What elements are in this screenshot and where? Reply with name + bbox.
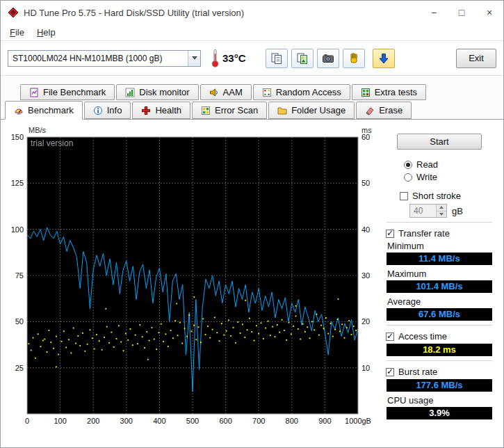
svg-text:MB/s: MB/s — [29, 126, 47, 134]
health-cross-icon — [141, 106, 151, 115]
transfer-rate-label: Transfer rate — [398, 228, 450, 239]
info-icon — [93, 106, 103, 115]
save-results-button[interactable] — [373, 49, 395, 68]
benchmark-gauge-icon — [14, 106, 24, 115]
tab-folder-usage[interactable]: Folder Usage — [268, 102, 355, 119]
read-radio[interactable]: Read — [404, 159, 493, 170]
copy-image-button[interactable] — [291, 49, 314, 68]
chevron-down-icon[interactable] — [188, 51, 200, 66]
extra-tests-icon — [361, 88, 371, 97]
aam-hand-button[interactable] — [343, 49, 365, 68]
svg-text:0: 0 — [25, 417, 29, 425]
app-window: HD Tune Pro 5.75 - Hard Disk/SSD Utility… — [0, 0, 504, 448]
copy-text-button[interactable] — [266, 49, 288, 68]
cpu-usage-value: 3.9% — [387, 407, 492, 419]
maximum-value: 101.4 MB/s — [387, 280, 492, 293]
tab-disk-monitor[interactable]: Disk monitor — [116, 84, 198, 100]
spinner-down-icon[interactable] — [437, 211, 446, 218]
spinner-up-icon[interactable] — [437, 205, 446, 211]
aam-speaker-icon — [209, 88, 219, 97]
maximum-label: Maximum — [387, 269, 493, 279]
separator — [387, 222, 492, 224]
write-radio[interactable]: Write — [404, 172, 493, 182]
toolbar-buttons — [266, 49, 395, 68]
transfer-rate-checkbox[interactable]: Transfer rate — [386, 228, 493, 239]
svg-text:900: 900 — [318, 417, 331, 425]
menu-file[interactable]: File — [3, 26, 31, 39]
separator — [387, 325, 492, 327]
tab-label: Erase — [379, 105, 403, 115]
tab-label: Extra tests — [375, 87, 417, 97]
tab-error-scan[interactable]: Error Scan — [192, 102, 267, 119]
tab-benchmark[interactable]: Benchmark — [5, 101, 83, 120]
svg-text:150: 150 — [11, 133, 24, 141]
tab-label: Benchmark — [28, 105, 74, 115]
tab-label: File Benchmark — [43, 87, 106, 97]
minimize-button[interactable]: − — [420, 1, 448, 24]
tab-health[interactable]: Health — [132, 102, 190, 119]
tab-random-access[interactable]: Random Access — [253, 84, 350, 100]
tab-info[interactable]: Info — [84, 102, 131, 119]
close-button[interactable]: × — [475, 1, 503, 24]
svg-text:125: 125 — [11, 179, 24, 187]
start-button[interactable]: Start — [397, 134, 482, 150]
separator — [387, 360, 492, 362]
access-time-checkbox[interactable]: Access time — [386, 331, 493, 342]
tab-erase[interactable]: Erase — [356, 102, 412, 119]
short-stroke-checkbox-box — [400, 192, 408, 200]
svg-text:300: 300 — [120, 417, 133, 425]
average-value: 67.6 MB/s — [387, 308, 492, 321]
svg-text:200: 200 — [87, 417, 99, 425]
benchmark-controls-panel: Start Read Write Short stroke 40 — [383, 125, 500, 447]
access-time-label: Access time — [398, 331, 447, 342]
menu-bar: File Help — [1, 24, 503, 41]
short-stroke-size-value: 40 — [410, 205, 436, 217]
maximize-button[interactable]: □ — [448, 1, 475, 24]
file-benchmark-icon — [29, 88, 39, 97]
tab-file-benchmark[interactable]: File Benchmark — [20, 84, 115, 100]
menu-help[interactable]: Help — [31, 26, 62, 39]
drive-select[interactable]: ST1000LM024 HN-M101MBB (1000 gB) — [8, 50, 201, 67]
tab-label: Folder Usage — [291, 105, 346, 115]
thermometer-icon — [211, 49, 220, 67]
minimum-label: Minimum — [387, 241, 493, 251]
spinner-buttons[interactable] — [436, 205, 446, 217]
chart-area: trial versionMB/sms150125100755025605040… — [2, 125, 383, 447]
toolbar: ST1000LM024 HN-M101MBB (1000 gB) 33°C — [1, 41, 503, 76]
average-label: Average — [387, 296, 493, 307]
burst-rate-checkbox[interactable]: Burst rate — [386, 367, 493, 377]
tab-label: Health — [155, 105, 181, 115]
svg-text:40: 40 — [361, 225, 370, 234]
write-radio-label: Write — [416, 172, 437, 182]
screenshot-button[interactable] — [317, 49, 339, 68]
eraser-icon — [365, 106, 375, 115]
svg-text:20: 20 — [361, 317, 370, 326]
disk-monitor-icon — [125, 88, 135, 97]
transfer-rate-checkbox-box — [386, 230, 394, 238]
svg-text:600: 600 — [219, 417, 231, 425]
window-title: HD Tune Pro 5.75 - Hard Disk/SSD Utility… — [24, 8, 244, 18]
tab-label: AAM — [223, 87, 243, 97]
copy-icon — [270, 52, 283, 65]
cpu-usage-label: CPU usage — [387, 395, 493, 406]
exit-button[interactable]: Exit — [456, 49, 496, 68]
short-stroke-checkbox[interactable]: Short stroke — [400, 191, 493, 201]
svg-text:700: 700 — [252, 417, 265, 425]
svg-text:800: 800 — [286, 417, 298, 425]
tab-row-upper: File Benchmark Disk monitor AAM — [1, 84, 503, 100]
read-radio-circle — [404, 161, 412, 169]
svg-text:50: 50 — [15, 317, 24, 326]
random-access-icon — [262, 88, 272, 97]
tab-aam[interactable]: AAM — [200, 84, 252, 100]
svg-text:1000gB: 1000gB — [345, 417, 371, 425]
tab-label: Disk monitor — [139, 87, 189, 97]
svg-text:trial version: trial version — [31, 138, 73, 148]
benchmark-page: trial versionMB/sms150125100755025605040… — [1, 120, 503, 447]
benchmark-chart: trial versionMB/sms150125100755025605040… — [2, 125, 383, 429]
tab-extra-tests[interactable]: Extra tests — [352, 84, 426, 100]
short-stroke-label: Short stroke — [412, 191, 461, 201]
short-stroke-size-input[interactable]: 40 — [409, 204, 447, 218]
tab-label: Error Scan — [215, 105, 258, 115]
svg-text:75: 75 — [15, 271, 24, 280]
access-time-value: 18.2 ms — [387, 344, 492, 356]
